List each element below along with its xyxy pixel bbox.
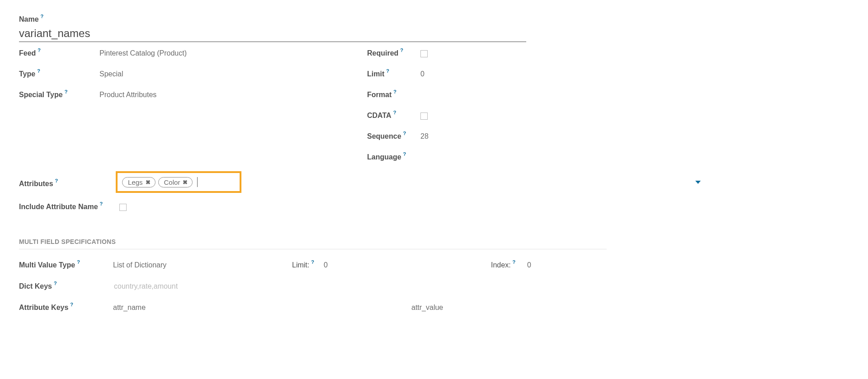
multi-limit-value: 0: [324, 261, 491, 269]
help-icon[interactable]: ?: [386, 68, 389, 74]
help-icon[interactable]: ?: [65, 89, 68, 94]
help-icon[interactable]: ?: [54, 281, 57, 286]
attribute-tag-label: Legs: [128, 178, 143, 186]
attribute-tag-label: Color: [164, 178, 180, 186]
help-icon[interactable]: ?: [403, 151, 406, 157]
help-icon[interactable]: ?: [393, 89, 396, 94]
tag-text-cursor: [197, 177, 198, 187]
attributes-label: Attributes ?: [19, 180, 58, 188]
attribute-tag[interactable]: Color ✖: [158, 177, 193, 187]
feed-label: Feed ?: [19, 49, 41, 57]
attributes-tags-input[interactable]: Legs ✖ Color ✖: [116, 171, 241, 193]
multi-value-type-label: Multi Value Type ?: [19, 261, 80, 269]
multi-limit-label: Limit: ?: [292, 261, 314, 269]
chevron-down-icon[interactable]: [695, 181, 701, 184]
limit-value: 0: [420, 70, 526, 78]
multi-index-label: Index: ?: [491, 261, 515, 269]
help-icon[interactable]: ?: [311, 259, 314, 265]
type-value: Special: [99, 70, 367, 78]
help-icon[interactable]: ?: [403, 131, 406, 136]
help-icon[interactable]: ?: [400, 47, 403, 53]
name-input[interactable]: [19, 23, 526, 42]
include-attr-name-label: Include Attribute Name ?: [19, 203, 103, 211]
attribute-keys-label: Attribute Keys ?: [19, 304, 73, 312]
feed-value: Pinterest Catalog (Product): [99, 49, 367, 57]
help-icon[interactable]: ?: [37, 68, 40, 74]
include-attr-name-checkbox[interactable]: [119, 204, 127, 211]
required-label: Required ?: [367, 49, 403, 57]
special-type-label: Special Type ?: [19, 91, 67, 99]
remove-tag-icon[interactable]: ✖: [146, 179, 151, 186]
attribute-key-2: attr_value: [411, 304, 443, 312]
type-label: Type ?: [19, 70, 40, 78]
required-checkbox[interactable]: [420, 50, 428, 57]
help-icon[interactable]: ?: [393, 110, 396, 115]
special-type-value: Product Attributes: [99, 91, 367, 99]
help-icon[interactable]: ?: [55, 178, 58, 183]
sequence-value: 28: [420, 132, 526, 140]
sequence-label: Sequence ?: [367, 132, 406, 140]
language-label: Language ?: [367, 153, 406, 161]
dict-keys-label: Dict Keys ?: [19, 282, 57, 290]
remove-tag-icon[interactable]: ✖: [183, 179, 188, 186]
multi-field-section-title: MULTI FIELD SPECIFICATIONS: [19, 238, 607, 249]
help-icon[interactable]: ?: [100, 201, 103, 206]
help-icon[interactable]: ?: [41, 14, 44, 19]
attribute-tag[interactable]: Legs ✖: [122, 177, 156, 187]
multi-value-type-value: List of Dictionary: [113, 261, 292, 269]
multi-index-value: 0: [527, 261, 531, 269]
name-label-text: Name: [19, 15, 39, 23]
help-icon[interactable]: ?: [70, 302, 73, 307]
name-label: Name ?: [19, 15, 43, 23]
help-icon[interactable]: ?: [513, 259, 516, 265]
format-label: Format ?: [367, 91, 396, 99]
dict-keys-input[interactable]: [113, 282, 339, 291]
attribute-key-1: attr_name: [113, 304, 411, 312]
cdata-checkbox[interactable]: [420, 112, 428, 120]
limit-label: Limit ?: [367, 70, 389, 78]
help-icon[interactable]: ?: [38, 47, 41, 53]
help-icon[interactable]: ?: [77, 259, 80, 265]
cdata-label: CDATA ?: [367, 112, 396, 120]
